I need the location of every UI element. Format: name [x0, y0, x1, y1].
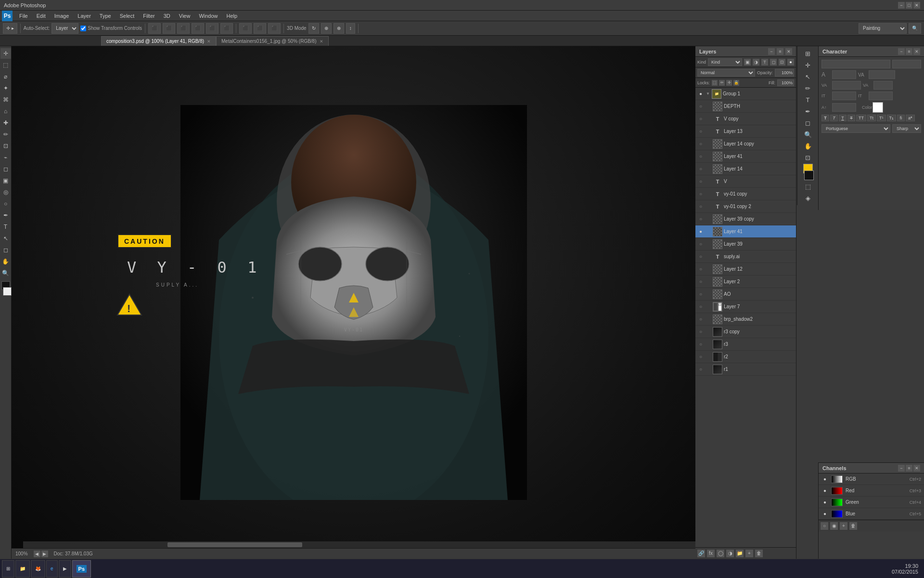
r-tool-7[interactable]: ◻: [803, 118, 813, 128]
menu-3d[interactable]: 3D: [160, 12, 174, 20]
3d-pan-btn[interactable]: ⊕: [321, 23, 332, 34]
mask-btn[interactable]: ◯: [717, 550, 724, 557]
aa-select[interactable]: Sharp: [892, 124, 921, 133]
distribute-right-btn[interactable]: ⬛: [268, 23, 281, 34]
hand-tool-btn[interactable]: ✋: [0, 256, 11, 267]
crop-tool-btn[interactable]: ⌘: [0, 94, 11, 105]
eraser-tool-btn[interactable]: ◻: [0, 164, 11, 174]
layer-item-brpshadow2[interactable]: ○ brp_shadow2: [695, 313, 796, 326]
menu-image[interactable]: Image: [51, 12, 73, 20]
layer-eye-layer39[interactable]: ○: [697, 241, 704, 248]
lock-image-btn[interactable]: ✏: [719, 80, 725, 86]
hscale-input[interactable]: 100%: [832, 92, 856, 100]
layer-eye-ao[interactable]: ○: [697, 291, 704, 298]
stamp-tool-btn[interactable]: ⊡: [0, 141, 11, 151]
ps-logo[interactable]: Ps: [2, 11, 13, 21]
underline-btn[interactable]: T: [839, 115, 847, 121]
minimize-button[interactable]: −: [898, 2, 905, 9]
align-center-btn[interactable]: ⬛: [163, 23, 175, 34]
layer-eye-r1[interactable]: ○: [697, 366, 704, 373]
ch-close[interactable]: ✕: [913, 465, 920, 472]
filter-select[interactable]: Kind: [708, 58, 742, 66]
new-layer-btn[interactable]: +: [745, 550, 753, 557]
tab-composition3[interactable]: composition3.psd @ 100% (Layer 41, RGB/8…: [101, 36, 216, 46]
filter-shape-btn[interactable]: ◻: [770, 59, 777, 66]
layer-item-v[interactable]: ○ T V: [695, 175, 796, 188]
lasso-tool-btn[interactable]: ⌀: [0, 71, 11, 82]
layer-item-layer39[interactable]: ○ Layer 39: [695, 238, 796, 250]
layer-item-group1[interactable]: ● ▼ 📁 Group 1: [695, 88, 796, 100]
layer-eye-brpshadow2[interactable]: ○: [697, 316, 704, 323]
adjustment-btn[interactable]: ◑: [726, 550, 734, 557]
link-layers-btn[interactable]: 🔗: [697, 550, 705, 557]
menu-select[interactable]: Select: [116, 12, 139, 20]
baseline-input[interactable]: 0 pt: [832, 103, 856, 112]
distribute-left-btn[interactable]: ⬛: [239, 23, 252, 34]
auto-select-dropdown[interactable]: Layer: [51, 23, 78, 34]
bold-btn[interactable]: T: [821, 115, 829, 121]
wand-tool-btn[interactable]: ✦: [0, 83, 11, 93]
filter-adjust-btn[interactable]: ◑: [753, 59, 759, 66]
align-middle-btn[interactable]: ⬛: [206, 23, 218, 34]
ch-eye-blue[interactable]: ●: [821, 511, 828, 517]
eyedropper-tool-btn[interactable]: ⌂: [0, 106, 11, 117]
tracking-input[interactable]: 600: [873, 81, 893, 90]
layer-item-vcopy[interactable]: ○ T V copy: [695, 113, 796, 125]
channel-red[interactable]: ● Red Ctrl+3: [819, 485, 924, 497]
fill-input[interactable]: 100%: [777, 79, 794, 86]
ch-collapse[interactable]: −: [898, 465, 905, 472]
taskbar-ie[interactable]: e: [46, 560, 58, 578]
ch-menu[interactable]: ≡: [906, 465, 912, 472]
filter-type-btn[interactable]: T: [761, 59, 768, 66]
layer-item-layer41a[interactable]: ○ Layer 41: [695, 150, 796, 163]
r-tool-5[interactable]: T: [803, 94, 813, 105]
char-panel-close[interactable]: ✕: [913, 48, 920, 55]
r-tool-10[interactable]: ⊡: [803, 152, 813, 163]
subscript-btn[interactable]: T₁: [887, 115, 897, 121]
filter-pixel-btn[interactable]: ▣: [744, 59, 751, 66]
layer-item-layer2[interactable]: ○ Layer 2: [695, 276, 796, 288]
tab-metalcontainers[interactable]: MetalContainers0156_1.jpg @ 50% (RGB/8) …: [216, 36, 328, 46]
layer-eye-layer14copy[interactable]: ○: [697, 141, 704, 147]
brush-tool-btn[interactable]: ✏: [0, 129, 11, 140]
superscript-btn[interactable]: T¹: [877, 115, 886, 121]
layer-item-layer14[interactable]: ○ Layer 14: [695, 163, 796, 175]
layer-eye-r3copy[interactable]: ○: [697, 328, 704, 335]
text-tool-btn[interactable]: T: [0, 222, 11, 232]
3d-rotate-btn[interactable]: ↻: [308, 23, 319, 34]
layer-eye-layer12[interactable]: ○: [697, 266, 704, 273]
font-size-input[interactable]: 12 pt: [832, 70, 856, 79]
transform-controls-checkbox[interactable]: [80, 26, 86, 31]
zoom-tool-btn[interactable]: 🔍: [0, 268, 11, 278]
marquee-tool-btn[interactable]: ⬚: [0, 60, 11, 70]
align-left-btn[interactable]: ⬛: [148, 23, 161, 34]
char-panel-menu[interactable]: ≡: [906, 48, 912, 55]
layer-item-layer41-active[interactable]: ● Layer 41: [695, 225, 796, 238]
ch-eye-green[interactable]: ●: [821, 499, 828, 506]
close-button[interactable]: ✕: [913, 2, 920, 9]
smallcaps-btn[interactable]: Tt: [867, 115, 876, 121]
align-bottom-btn[interactable]: ⬛: [220, 23, 233, 34]
blend-mode-select[interactable]: Normal: [697, 69, 755, 77]
menu-window[interactable]: Window: [195, 12, 221, 20]
ch-load-btn[interactable]: ○: [821, 522, 828, 530]
r-tool-3[interactable]: ↖: [803, 71, 813, 82]
layer-item-layer13[interactable]: ○ T Layer 13: [695, 125, 796, 138]
menu-view[interactable]: View: [175, 12, 194, 20]
background-color[interactable]: [3, 287, 12, 296]
menu-filter[interactable]: Filter: [139, 12, 158, 20]
channel-green[interactable]: ● Green Ctrl+4: [819, 497, 924, 508]
distribute-center-btn[interactable]: ⬛: [254, 23, 266, 34]
ch-eye-red[interactable]: ●: [821, 487, 828, 494]
search-workspace-btn[interactable]: 🔍: [909, 23, 921, 34]
r-background-color[interactable]: [804, 171, 814, 180]
start-button[interactable]: ⊞: [2, 560, 14, 578]
healing-tool-btn[interactable]: ✚: [0, 118, 11, 128]
layer-eye-layer13[interactable]: ○: [697, 128, 704, 135]
language-select[interactable]: Portuguese: [821, 124, 890, 133]
layer-item-layer39copy[interactable]: ○ Layer 39 copy: [695, 213, 796, 225]
menu-help[interactable]: Help: [223, 12, 242, 20]
lock-transparent-btn[interactable]: ⬚: [712, 80, 718, 86]
kerning-input[interactable]: Metrics: [832, 81, 861, 90]
pen-tool-btn[interactable]: ✒: [0, 210, 11, 221]
